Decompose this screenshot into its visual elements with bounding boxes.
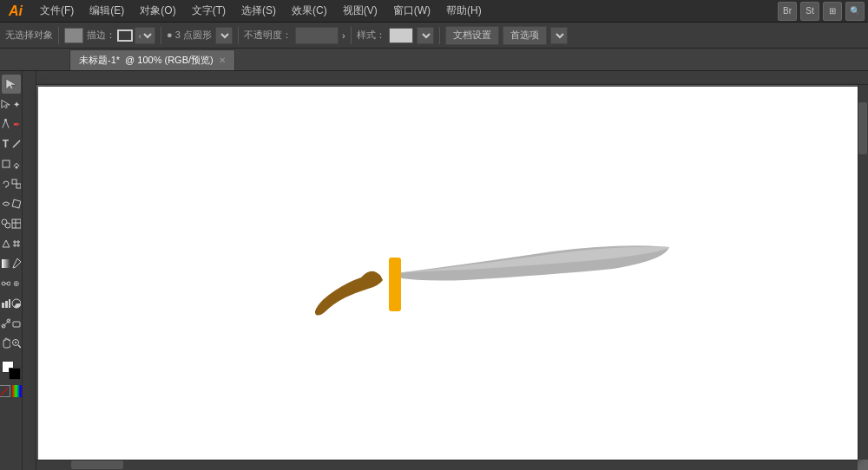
pie-graph-tool[interactable]: [11, 294, 21, 313]
eyedropper-tool[interactable]: [11, 254, 21, 273]
free-transform-tool[interactable]: [11, 194, 21, 213]
rect-tool[interactable]: [1, 154, 10, 173]
live-paint-tool[interactable]: [11, 214, 21, 233]
stock-icon[interactable]: St: [800, 2, 819, 21]
tab-close-icon[interactable]: ✕: [219, 55, 226, 65]
ruler-corner: [23, 71, 36, 85]
gradient-tool[interactable]: [1, 254, 10, 273]
canvas-area: [23, 71, 868, 470]
svg-point-21: [2, 282, 5, 285]
opacity-input[interactable]: 100%: [295, 27, 339, 44]
type-tool[interactable]: T: [1, 134, 10, 153]
tool-pair-blend2: ⊕: [1, 274, 21, 293]
svg-marker-6: [5, 186, 7, 188]
tool-pair-1: ✦: [1, 95, 21, 114]
tool-pair-column: [1, 234, 21, 253]
svg-line-33: [18, 345, 21, 348]
tab-document[interactable]: 未标题-1* @ 100% (RGB/预览) ✕: [69, 49, 235, 70]
style-swatch[interactable]: [389, 28, 413, 43]
tool-pair-blend: [1, 214, 21, 233]
stroke-swatch[interactable]: [117, 29, 133, 42]
svg-rect-9: [12, 199, 21, 208]
menu-select[interactable]: 选择(S): [234, 2, 283, 20]
divider-2: [161, 27, 161, 44]
menu-object[interactable]: 对象(O): [133, 2, 182, 20]
tool-pair-pen: ✒: [1, 114, 21, 134]
tool-pair-transform: [1, 174, 21, 193]
svg-rect-24: [2, 303, 4, 308]
opacity-chevron: ›: [342, 30, 345, 41]
control-bar: 无选择对象 描边： ◇ ● 3 点圆形 ▼ 不透明度： 100% › 样式： ▼…: [0, 23, 868, 49]
tool-pair-rect: [1, 154, 21, 173]
none-color-icons: [0, 385, 23, 397]
eraser-tool[interactable]: [11, 314, 21, 333]
svg-point-22: [7, 282, 10, 285]
fill-swatch[interactable]: [64, 28, 83, 43]
pen-tool[interactable]: [1, 114, 10, 134]
scrollbar-horizontal[interactable]: [36, 460, 858, 470]
menu-help[interactable]: 帮助(H): [439, 2, 489, 20]
direct-selection-tool[interactable]: [1, 95, 10, 114]
divider-3: [238, 27, 239, 44]
svg-rect-12: [12, 219, 21, 228]
menu-effect[interactable]: 效果(C): [285, 2, 334, 20]
line-tool[interactable]: [11, 134, 21, 153]
style-label: 样式：: [357, 29, 385, 42]
doc-setup-button[interactable]: 文档设置: [445, 26, 499, 45]
tool-pair-scissors: [1, 314, 21, 333]
scissors-tool[interactable]: [1, 314, 10, 333]
menubar: Ai 文件(F) 编辑(E) 对象(O) 文字(T) 选择(S) 效果(C) 视…: [0, 0, 868, 23]
none-fill-icon[interactable]: [0, 385, 10, 397]
magic-wand-tool[interactable]: ✦: [11, 95, 21, 114]
menu-file[interactable]: 文件(F): [33, 2, 81, 20]
main-layout: ✦ ✒ T: [0, 71, 868, 470]
svg-rect-25: [5, 301, 8, 308]
blend-tool[interactable]: [1, 274, 10, 293]
fill-stroke-swatches[interactable]: [2, 361, 21, 380]
workspace-select[interactable]: ▼: [550, 27, 568, 44]
menu-view[interactable]: 视图(V): [336, 2, 385, 20]
selection-tool[interactable]: [2, 75, 21, 94]
grid-icon[interactable]: ⊞: [823, 2, 842, 21]
tab-bar: 未标题-1* @ 100% (RGB/预览) ✕: [0, 49, 868, 71]
tool-pair-hand: [1, 334, 21, 353]
svg-rect-8: [16, 184, 21, 188]
scrollbar-thumb-v[interactable]: [858, 102, 867, 154]
tab-subtitle: @ 100% (RGB/预览): [125, 54, 214, 67]
tool-pair-gradient: [1, 254, 21, 273]
scale-tool[interactable]: [11, 174, 21, 193]
menu-text[interactable]: 文字(T): [185, 2, 233, 20]
menu-window[interactable]: 窗口(W): [386, 2, 437, 20]
scrollbar-vertical[interactable]: [858, 85, 868, 460]
stroke-label: 描边：: [87, 29, 115, 42]
paint-tool[interactable]: [11, 154, 21, 173]
mesh-tool[interactable]: [11, 234, 21, 253]
preferences-button[interactable]: 首选项: [503, 26, 547, 45]
perspective-tool[interactable]: [1, 234, 10, 253]
symbol-sprayer-tool[interactable]: ⊕: [11, 274, 21, 293]
zoom-tool[interactable]: [11, 334, 21, 353]
bridge-icon[interactable]: Br: [778, 2, 797, 21]
svg-rect-4: [3, 160, 10, 167]
column-graph-tool[interactable]: [1, 294, 10, 313]
warp-tool[interactable]: [1, 194, 10, 213]
point-select[interactable]: ▼: [215, 27, 233, 44]
svg-marker-1: [2, 100, 10, 108]
search-icon[interactable]: 🔍: [845, 2, 865, 21]
svg-rect-26: [9, 299, 10, 308]
style-select[interactable]: ▼: [417, 27, 434, 44]
scrollbar-thumb-h[interactable]: [71, 460, 123, 469]
ruler-left: [23, 85, 36, 470]
menu-edit[interactable]: 编辑(E): [82, 2, 131, 20]
curvature-tool[interactable]: ✒: [11, 114, 21, 134]
hand-tool[interactable]: [1, 334, 10, 353]
stroke-color: [9, 368, 21, 380]
shape-builder-tool[interactable]: [1, 214, 10, 233]
svg-point-5: [16, 166, 18, 169]
color-wheel-icon[interactable]: [12, 385, 23, 397]
stroke-style-select[interactable]: ◇: [135, 27, 155, 44]
rotate-tool[interactable]: [1, 174, 10, 193]
tab-label: 未标题-1*: [79, 54, 120, 67]
svg-line-3: [13, 140, 20, 147]
app-logo: Ai: [3, 1, 28, 22]
